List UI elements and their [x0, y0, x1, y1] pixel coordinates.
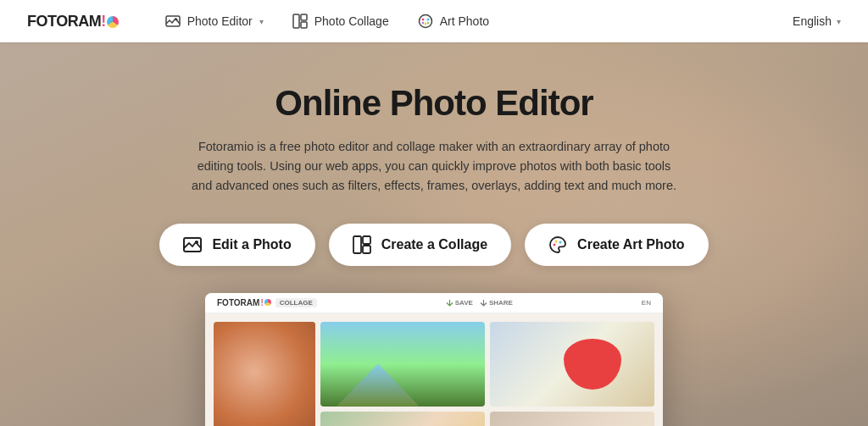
- mockup-canvas: [205, 313, 663, 426]
- logo-exclaim: !: [101, 13, 106, 30]
- hero-title: Online Photo Editor: [275, 83, 593, 124]
- nav-menu: Photo Editor ▾ Photo Collage: [153, 7, 793, 36]
- create-collage-button[interactable]: Create a Collage: [329, 224, 511, 266]
- svg-rect-4: [301, 22, 307, 28]
- mockup-share[interactable]: SHARE: [480, 299, 513, 307]
- mockup-badge: COLLAGE: [275, 298, 317, 307]
- svg-point-1: [175, 19, 177, 21]
- create-art-photo-button[interactable]: Create Art Photo: [525, 224, 709, 266]
- create-collage-label: Create a Collage: [381, 237, 487, 252]
- svg-rect-3: [301, 14, 307, 20]
- language-label: English: [793, 14, 832, 28]
- palette-icon: [548, 235, 567, 254]
- svg-point-7: [426, 19, 429, 21]
- chevron-down-icon: ▾: [259, 17, 264, 26]
- hero-subtitle: Fotoramio is a free photo editor and col…: [188, 137, 680, 196]
- logo-text: FOTORAM!: [27, 13, 120, 30]
- hero-buttons: Edit a Photo Create a Collage: [159, 224, 708, 266]
- mockup-logo: FOTORAM! COLLAGE: [217, 298, 317, 307]
- svg-rect-13: [353, 236, 361, 253]
- language-chevron-icon: ▾: [837, 17, 841, 26]
- svg-point-10: [427, 22, 429, 24]
- art-icon: [416, 12, 435, 30]
- mockup-save[interactable]: SAVE: [446, 299, 473, 307]
- logo-o: [107, 16, 119, 28]
- mockup-photo-2: [320, 322, 485, 407]
- svg-point-5: [419, 15, 431, 28]
- mockup-save-label: SAVE: [455, 299, 473, 307]
- image-icon: [183, 235, 202, 254]
- create-art-photo-label: Create Art Photo: [577, 237, 685, 252]
- nav-photo-collage-label: Photo Collage: [314, 14, 389, 28]
- svg-rect-14: [363, 236, 370, 244]
- navigation: FOTORAM! Photo Editor ▾: [0, 0, 868, 42]
- edit-photo-label: Edit a Photo: [212, 237, 291, 252]
- svg-point-16: [554, 243, 556, 246]
- mockup-logo-o: [264, 299, 271, 306]
- collage-btn-icon: [353, 235, 371, 254]
- nav-photo-editor-label: Photo Editor: [187, 14, 253, 28]
- svg-point-8: [424, 23, 426, 25]
- mockup-actions: SAVE SHARE: [446, 299, 513, 307]
- mockup-toolbar: FOTORAM! COLLAGE SAVE SHARE EN: [205, 293, 663, 313]
- svg-point-17: [555, 240, 558, 242]
- svg-point-6: [421, 19, 424, 21]
- mockup-photo-3: [490, 322, 654, 407]
- mockup-photo-5: [490, 412, 654, 426]
- photo-editor-icon: [164, 12, 182, 30]
- svg-rect-15: [363, 246, 370, 253]
- nav-item-photo-editor[interactable]: Photo Editor ▾: [153, 7, 274, 36]
- nav-art-photo-label: Art Photo: [440, 14, 489, 28]
- mockup-photo-1: [214, 322, 315, 426]
- svg-point-12: [195, 241, 198, 244]
- collage-icon: [291, 12, 309, 30]
- nav-item-art-photo[interactable]: Art Photo: [406, 7, 499, 36]
- nav-item-photo-collage[interactable]: Photo Collage: [281, 7, 399, 36]
- mockup-photo-4: [320, 412, 485, 426]
- preview-mockup: FOTORAM! COLLAGE SAVE SHARE EN: [205, 293, 663, 426]
- edit-photo-button[interactable]: Edit a Photo: [159, 224, 314, 266]
- svg-point-9: [422, 22, 424, 24]
- language-selector[interactable]: English ▾: [793, 14, 841, 28]
- hero-content: Online Photo Editor Fotoramio is a free …: [0, 42, 868, 426]
- svg-rect-2: [293, 14, 299, 28]
- mockup-share-label: SHARE: [489, 299, 513, 307]
- logo[interactable]: FOTORAM!: [27, 13, 120, 30]
- svg-point-18: [559, 241, 562, 243]
- mockup-lang: EN: [642, 299, 651, 307]
- hero-section: Online Photo Editor Fotoramio is a free …: [0, 42, 868, 426]
